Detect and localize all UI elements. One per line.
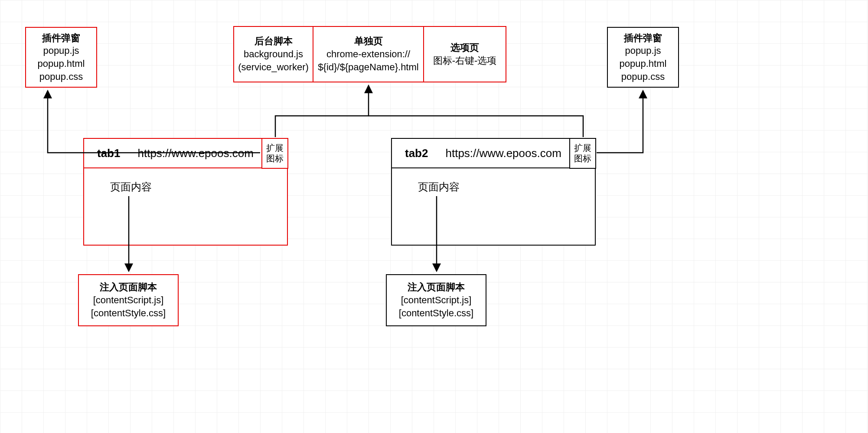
top-page-line2: ${id}/${pageName}.html [318,61,418,74]
tab1-page-label: 页面内容 [110,180,152,194]
tab1-ext-l2: 图标 [266,153,284,164]
popup-right-title: 插件弹窗 [624,32,662,45]
inject-right-line2: [contentStyle.css] [399,307,473,320]
tab2-page-label: 页面内容 [418,180,460,194]
popup-left-title: 插件弹窗 [42,32,80,45]
top-page-title: 单独页 [354,35,383,48]
tab2-ext-l1: 扩展 [574,143,591,153]
popup-right-line1: popup.js [625,44,661,57]
tab1-name: tab1 [84,147,137,160]
top-page-box: 单独页 chrome-extension:// ${id}/${pageName… [313,26,424,82]
popup-box-left: 插件弹窗 popup.js popup.html popup.css [25,27,97,88]
tab1-tabbar: tab1 https://www.epoos.com 扩展 图标 [84,139,287,168]
popup-left-line1: popup.js [43,44,79,57]
top-options-line1: 图标-右键-选项 [433,54,497,67]
top-bg-line2: (service_worker) [238,61,309,74]
inject-box-left: 注入页面脚本 [contentScript.js] [contentStyle.… [78,274,179,326]
top-bg-title: 后台脚本 [255,35,293,48]
popup-right-line2: popup.html [620,57,667,70]
popup-right-line3: popup.css [621,70,665,83]
tab1-url: https://www.epoos.com [137,147,253,160]
tab2-ext-icon: 扩展 图标 [569,138,596,169]
top-options-box: 选项页 图标-右键-选项 [423,26,506,82]
diagram-root: 插件弹窗 popup.js popup.html popup.css 插件弹窗 … [0,0,868,433]
popup-box-right: 插件弹窗 popup.js popup.html popup.css [607,27,679,88]
tab2-url: https://www.epoos.com [445,147,561,160]
tab1-ext-l1: 扩展 [266,143,284,153]
tab2-ext-l2: 图标 [574,153,591,164]
popup-left-line3: popup.css [39,70,83,83]
tab2-window: tab2 https://www.epoos.com 扩展 图标 页面内容 [391,138,596,246]
tab2-name: tab2 [392,147,445,160]
top-options-title: 选项页 [450,41,479,54]
inject-left-title: 注入页面脚本 [100,281,157,294]
inject-left-line1: [contentScript.js] [93,294,164,307]
inject-box-right: 注入页面脚本 [contentScript.js] [contentStyle.… [386,274,486,326]
top-page-line1: chrome-extension:// [326,48,410,61]
tab1-window: tab1 https://www.epoos.com 扩展 图标 页面内容 [83,138,288,246]
tab2-tabbar: tab2 https://www.epoos.com 扩展 图标 [392,139,595,168]
inject-left-line2: [contentStyle.css] [91,307,166,320]
popup-left-line2: popup.html [38,57,85,70]
top-bg-line1: background.js [244,48,303,61]
inject-right-line1: [contentScript.js] [401,294,472,307]
inject-right-title: 注入页面脚本 [408,281,465,294]
tab1-ext-icon: 扩展 图标 [261,138,288,169]
top-bg-box: 后台脚本 background.js (service_worker) [233,26,313,82]
